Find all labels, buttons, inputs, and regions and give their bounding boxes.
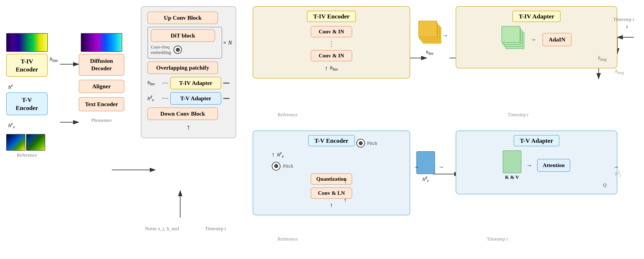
timestep-label-tiv: Timestep t [508, 112, 528, 118]
tiv-encoder-dots: ⋮ [259, 40, 404, 48]
text-encoder-box: Text Encoder [79, 97, 124, 111]
v-arrow-conv-quant: ↑ [344, 197, 347, 204]
tiv-adapter-arrow: → [530, 36, 536, 43]
tv-encoder-panel: T-V Encoder ↑ hev ⊕ Pitch Quantization C… [253, 130, 410, 215]
up-arrow-hlnv: ↑ [325, 65, 328, 72]
conv-freq-row: Conv-freqembedding ⊕ [151, 44, 219, 55]
dashed-line-1 [162, 83, 168, 83]
blue-rect-hdv: hdv [416, 151, 435, 183]
timestep-label-top-right: Timestep t [613, 16, 634, 22]
down-conv-block: Down Conv Block [148, 108, 218, 120]
reference-label-tiv: Reference [278, 112, 298, 118]
dit-block: DiT block [151, 30, 215, 42]
dashed-line-2 [162, 98, 168, 99]
conv-in-top: Conv & IN [311, 26, 352, 37]
up-arrow-hev: ↑ [272, 151, 275, 158]
reference-caption-left: Reference [6, 152, 48, 158]
circle-plus-conv: ⊕ [174, 46, 182, 54]
arrow-tv-enc-to-blue: → [413, 164, 419, 170]
diffusion-decoder-detail: Up Conv Block DiT block Conv-freqembeddi… [141, 6, 236, 138]
pitch-row-tv-encoder-2: ⊕ Pitch [356, 139, 377, 148]
kv-label: K & V [505, 174, 519, 180]
tiv-adapter-row: hlnv T-IV Adapter [148, 77, 230, 89]
conv-freq-label: Conv-freqembedding [151, 44, 171, 55]
h-e-v-label-tv: hev [277, 150, 284, 159]
tv-adapter-panel-title: T-V Adapter [514, 135, 560, 146]
arrow-blue-to-green: → [438, 164, 444, 170]
tiv-adapter-panel-title: T-IV Adapter [512, 11, 561, 22]
h-inv-arrow-label: hinv [50, 56, 58, 63]
pitch-label-1: Pitch [283, 163, 293, 169]
conv-in-bottom: Conv & IN [311, 50, 352, 61]
ref-spectrogram-top [6, 33, 48, 52]
circle-plus-pitch2: ⊕ [356, 139, 365, 148]
noise-caption: Noise x_t, h_mel [145, 226, 179, 232]
arrow-right-tiv: → [442, 32, 448, 39]
pitch-label-2: Pitch [367, 140, 377, 146]
h-avg-row: havg [462, 55, 611, 62]
tiv-encoder-section: T-IV Encoder he T-V Encoder hev Referenc… [6, 33, 48, 158]
h-lnv-stack-label: hlnv [418, 49, 441, 56]
tv-encoder-label: T-V Encoder [16, 96, 38, 111]
diffusion-decoder-box: Diffusion Decoder [79, 54, 124, 76]
timestep-label-tv: Timestep t [487, 236, 508, 242]
tiv-encoder-panel: T-IV Encoder Conv & IN ⋮ Conv & IN ↑ hln… [253, 6, 410, 78]
aligner-box: Aligner [79, 80, 124, 93]
tv-adapter-panel: T-V Adapter K & V → Attention Q [456, 130, 617, 194]
adain-box: AdaIN [542, 33, 572, 46]
phoneme-spectrogram [81, 33, 122, 52]
circle-plus-pitch1: ⊕ [272, 162, 280, 170]
main-diagram: T-IV Encoder he T-V Encoder hev Referenc… [0, 0, 644, 259]
tiv-encoder-label: T-IV Encoder [16, 58, 38, 73]
bottom-arrow: ↑ [148, 123, 230, 132]
arrow-in-2 [223, 98, 230, 99]
tv-encoder-box: T-V Encoder [6, 92, 48, 115]
h-lnv-right-label: hlnv [330, 65, 338, 72]
h-e-v-row: ↑ hev [272, 150, 284, 159]
kv-green-rect: K & V [503, 150, 521, 180]
tv-encoder-panel-title: T-V Encoder [308, 135, 354, 146]
tiv-adapter-green-stack [502, 26, 524, 53]
arrow-attn-out: → [613, 164, 619, 170]
component-list: Diffusion Decoder Aligner Text Encoder P… [79, 33, 124, 123]
down-arrow-timestep: ↓ [626, 23, 628, 30]
tiv-feature-stack: hlnv → [418, 21, 441, 56]
ref-spectrograms-bottom [6, 134, 48, 151]
tv-adapter-block: T-V Adapter [170, 92, 221, 105]
timestep-caption-mid: Timestep t [205, 226, 226, 232]
phonemes-caption: Phonemes [91, 118, 112, 123]
arrow-in-1 [223, 83, 230, 84]
overlapping-patchify-block: Overlapping patchify [148, 62, 218, 74]
h-2-t-label: h2t [615, 170, 621, 178]
repeat-n-label: × N [223, 39, 232, 46]
up-arrow-tv-bottom: ↑ [330, 202, 333, 209]
attention-box: Attention [537, 159, 570, 172]
h-avg-label: havg [598, 55, 606, 62]
tiv-encoder-box: T-IV Encoder [6, 54, 48, 77]
q-row: Q [462, 182, 611, 188]
reference-label-tv: Reference [278, 236, 298, 242]
repeat-bracket: DiT block Conv-freqembedding ⊕ × N [148, 27, 222, 59]
tiv-adapter-panel: T-IV Adapter → AdaIN havg [456, 6, 617, 68]
v-arrow-quant-pitch: ↑ [344, 178, 347, 185]
h-e-v-label: hev [8, 122, 48, 130]
h-e-label: he [8, 83, 48, 90]
pitch-circle-row: ⊕ Pitch [272, 162, 293, 170]
up-conv-block: Up Conv Block [148, 12, 218, 24]
h-d-v-label-mid: hdv [148, 94, 160, 102]
h-lnv-label-mid: hlnv [148, 80, 160, 86]
h-avg-far-right: havg [615, 68, 624, 75]
tiv-encoder-panel-title: T-IV Encoder [307, 11, 356, 22]
kv-to-attn-arrow: → [526, 162, 532, 169]
h-d-v-label-blue: hdv [416, 175, 435, 183]
tv-adapter-row: hdv T-V Adapter [148, 92, 230, 105]
tiv-adapter-block: T-IV Adapter [170, 77, 221, 89]
q-label: Q [603, 182, 606, 188]
